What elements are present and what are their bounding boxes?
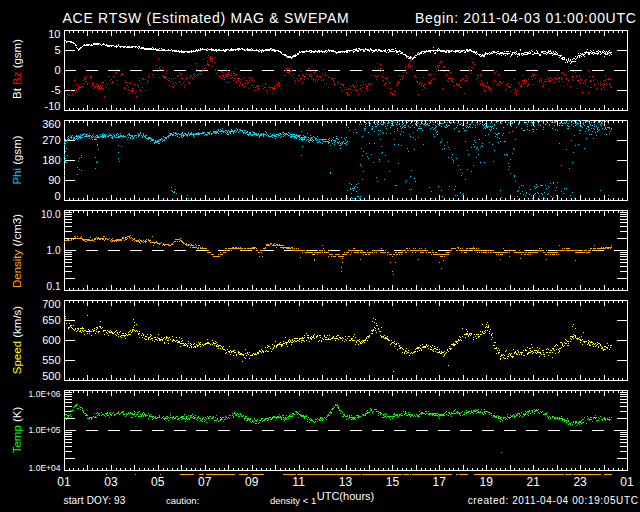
svg-text:01: 01 [57, 475, 71, 489]
svg-text:17: 17 [433, 475, 447, 489]
svg-text:600: 600 [42, 334, 60, 346]
svg-text:-10: -10 [45, 100, 61, 112]
svg-text:23: 23 [573, 475, 587, 489]
svg-text:5: 5 [54, 44, 60, 56]
svg-text:550: 550 [42, 354, 60, 366]
svg-text:700: 700 [42, 298, 60, 310]
svg-text:Begin: 2011-04-03 01:00:00UTC: Begin: 2011-04-03 01:00:00UTC [415, 10, 637, 26]
svg-text:0: 0 [54, 190, 60, 202]
svg-text:03: 03 [104, 475, 118, 489]
svg-text:650: 650 [42, 314, 60, 326]
svg-text:13: 13 [339, 475, 353, 489]
svg-text:15: 15 [386, 475, 400, 489]
svg-text:1.0E+06: 1.0E+06 [29, 389, 61, 399]
svg-text:09: 09 [245, 475, 259, 489]
svg-text:10: 10 [48, 28, 60, 40]
svg-text:1.0: 1.0 [47, 245, 61, 256]
svg-text:Bt Bz (gsm): Bt Bz (gsm) [11, 39, 23, 99]
svg-text:density < 1: density < 1 [270, 495, 316, 506]
svg-text:10.0: 10.0 [41, 209, 61, 220]
svg-text:21: 21 [527, 475, 541, 489]
svg-text:ACE RTSW (Estimated) MAG & SWE: ACE RTSW (Estimated) MAG & SWEPAM [63, 10, 350, 26]
svg-text:19: 19 [480, 475, 494, 489]
svg-text:05: 05 [151, 475, 165, 489]
svg-text:start DOY: 93: start DOY: 93 [64, 495, 126, 506]
svg-text:0: 0 [54, 64, 60, 76]
svg-text:Speed (km/s): Speed (km/s) [11, 306, 23, 375]
svg-text:360: 360 [42, 118, 60, 130]
svg-text:500: 500 [42, 370, 60, 382]
svg-text:180: 180 [42, 154, 60, 166]
svg-text:Temp (K): Temp (K) [11, 407, 23, 454]
svg-text:-5: -5 [51, 84, 61, 96]
svg-text:0.1: 0.1 [47, 281, 61, 292]
svg-text:1.0E+05: 1.0E+05 [29, 425, 61, 435]
svg-text:created: 2011-04-04 00:19:05UT: created: 2011-04-04 00:19:05UTC [468, 495, 639, 506]
svg-text:1.0E+04: 1.0E+04 [29, 463, 61, 473]
svg-text:caution:: caution: [166, 495, 199, 506]
svg-text:01: 01 [620, 475, 634, 489]
svg-text:Phi (gsm): Phi (gsm) [11, 135, 23, 184]
svg-text:90: 90 [48, 174, 60, 186]
svg-text:UTC(hours): UTC(hours) [317, 490, 374, 502]
svg-text:270: 270 [42, 134, 60, 146]
svg-text:Density (/cm3): Density (/cm3) [11, 214, 23, 288]
svg-text:11: 11 [292, 475, 305, 489]
svg-text:07: 07 [198, 475, 212, 489]
